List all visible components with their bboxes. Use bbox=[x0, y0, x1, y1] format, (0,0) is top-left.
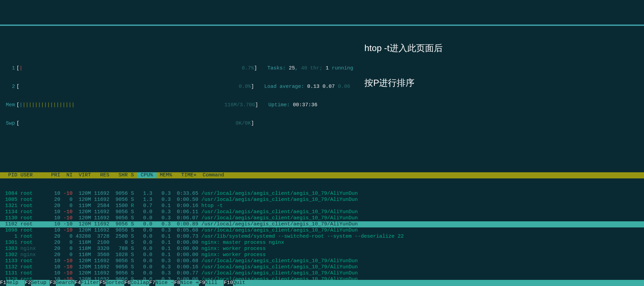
col-ni: 0 bbox=[63, 240, 73, 245]
fkey-F6[interactable]: F6 bbox=[124, 280, 130, 286]
meter-cpu-2: 2 [0.0%] Load average: 0.13 0.07 0.06 bbox=[2, 84, 644, 90]
col-ni: 0 bbox=[63, 252, 73, 258]
process-row[interactable]: 1321 root 20 0 119M 2584 1500 R 0.7 0.1 … bbox=[0, 203, 644, 209]
col-res: 11692 bbox=[94, 209, 109, 215]
col-pid: 1102 bbox=[2, 221, 17, 227]
col-pri: 20 bbox=[48, 203, 60, 209]
function-key-bar[interactable]: F1Help F2Setup F3SearchF4FilterF5SortedF… bbox=[0, 280, 644, 286]
col-mem: 0.3 bbox=[155, 197, 171, 203]
col-mem: 0.3 bbox=[155, 209, 171, 215]
col-res: 3728 bbox=[94, 234, 109, 239]
col-mem: 0.1 bbox=[155, 203, 171, 209]
col-user: root bbox=[20, 227, 48, 233]
col-command: /usr/local/aegis/aegis_client/aegis_10_7… bbox=[201, 191, 358, 196]
col-user: root bbox=[20, 240, 48, 245]
col-pid: 1321 bbox=[2, 203, 17, 209]
fkey-F1[interactable]: F1 bbox=[0, 280, 6, 286]
process-row[interactable]: 1303 nginx 20 0 118M 3320 788 S 0.0 0.1 … bbox=[0, 246, 644, 252]
col-mem: 0.3 bbox=[155, 215, 171, 221]
col-mem: 0.3 bbox=[155, 258, 171, 264]
col-command: /usr/local/aegis/aegis_client/aegis_10_7… bbox=[201, 258, 358, 264]
col-command: /usr/local/aegis/aegis_client/aegis_10_7… bbox=[201, 227, 358, 233]
process-row[interactable]: 1302 nginx 20 0 118M 3560 1028 S 0.0 0.1… bbox=[0, 252, 644, 258]
fkey-F8[interactable]: F8 bbox=[174, 280, 180, 286]
process-row[interactable]: 1131 root 10 -10 120M 11692 9056 S 0.0 0… bbox=[0, 270, 644, 276]
flabel-F3[interactable]: Search bbox=[56, 280, 75, 286]
flabel-F2[interactable]: Setup bbox=[31, 280, 50, 286]
process-row[interactable]: 1130 root 10 -10 120M 11692 9056 S 0.0 0… bbox=[0, 215, 644, 221]
col-res: 11692 bbox=[94, 191, 109, 196]
col-command: nginx: master process nginx bbox=[201, 240, 284, 245]
window-top-bar bbox=[0, 25, 644, 26]
flabel-F4[interactable]: Filter bbox=[81, 280, 99, 286]
col-mem: 0.1 bbox=[155, 240, 171, 245]
col-state: S bbox=[131, 215, 134, 221]
col-pid: 1132 bbox=[2, 264, 17, 270]
col-cpu: 0.0 bbox=[137, 270, 152, 276]
tasks-info: Tasks: 25, 40 thr; 1 running bbox=[267, 65, 353, 72]
col-virt: 120M bbox=[76, 227, 91, 233]
col-ni: -10 bbox=[63, 209, 73, 215]
process-row[interactable]: 1085 root 20 0 120M 11692 9056 S 1.3 0.3… bbox=[0, 197, 644, 203]
meters-panel: 1 [|0.7%] Tasks: 25, 40 thr; 1 running 2… bbox=[2, 53, 644, 139]
col-pri: 10 bbox=[48, 264, 60, 270]
col-cpu: 0.0 bbox=[137, 221, 152, 227]
col-cpu: 0.0 bbox=[137, 234, 152, 239]
flabel-F7[interactable]: Nice - bbox=[155, 280, 174, 286]
fkey-F9[interactable]: F9 bbox=[199, 280, 205, 286]
fkey-F4[interactable]: F4 bbox=[75, 280, 81, 286]
cpu2-pct: 0.0% bbox=[19, 84, 251, 90]
col-res: 11692 bbox=[94, 264, 109, 270]
col-virt: 119M bbox=[76, 203, 91, 209]
col-state: S bbox=[131, 258, 134, 264]
col-pid: 1303 bbox=[2, 246, 17, 252]
col-mem: 0.3 bbox=[155, 227, 171, 233]
flabel-F8[interactable]: Nice + bbox=[180, 280, 199, 286]
col-user: root bbox=[20, 209, 48, 215]
process-table-header[interactable]: PID USER PRI NI VIRT RES SHR S CPU% MEM%… bbox=[0, 172, 644, 178]
col-ni: 0 bbox=[63, 234, 73, 239]
col-mem: 0.1 bbox=[155, 252, 171, 258]
fkey-F7[interactable]: F7 bbox=[149, 280, 155, 286]
col-command: nginx: worker process bbox=[201, 252, 266, 258]
process-row[interactable]: 1102 root 10 -10 120M 11692 9056 S 0.0 0… bbox=[0, 221, 644, 227]
process-row[interactable]: 1134 root 10 -10 120M 11692 9056 S 0.0 0… bbox=[0, 209, 644, 215]
swp-pct: 0K/0K bbox=[19, 121, 251, 127]
process-row[interactable]: 1301 root 20 0 118M 2100 0 S 0.0 0.1 0:0… bbox=[0, 240, 644, 246]
col-time: 0:00.89 bbox=[174, 221, 198, 227]
col-shr: 9056 bbox=[112, 264, 128, 270]
col-ni: -10 bbox=[63, 221, 73, 227]
process-row[interactable]: 1 root 20 0 43288 3728 2580 S 0.0 0.1 0:… bbox=[0, 234, 644, 240]
col-cpu: 1.3 bbox=[137, 191, 152, 196]
process-row[interactable]: 1133 root 10 -10 120M 11692 9056 S 0.0 0… bbox=[0, 258, 644, 264]
process-row[interactable]: 1084 root 10 -10 120M 11692 9056 S 1.3 0… bbox=[0, 191, 644, 197]
process-row[interactable]: 1132 root 10 -10 120M 11692 9056 S 0.0 0… bbox=[0, 264, 644, 270]
process-list[interactable]: 1084 root 10 -10 120M 11692 9056 S 1.3 0… bbox=[0, 191, 644, 286]
header-cpu-sorted[interactable]: CPU% bbox=[137, 172, 157, 178]
mem-bar: ||||||||||||||||| bbox=[22, 102, 75, 108]
fkey-F5[interactable]: F5 bbox=[99, 280, 106, 286]
col-pid: 1131 bbox=[2, 270, 17, 276]
col-ni: -10 bbox=[63, 215, 73, 221]
fkey-F2[interactable]: F2 bbox=[25, 280, 31, 286]
col-mem: 0.3 bbox=[155, 264, 171, 270]
flabel-F1[interactable]: Help bbox=[6, 280, 25, 286]
fkey-F3[interactable]: F3 bbox=[50, 280, 56, 286]
col-state: S bbox=[131, 191, 134, 196]
col-pri: 20 bbox=[48, 240, 60, 245]
col-virt: 120M bbox=[76, 270, 91, 276]
col-ni: -10 bbox=[63, 270, 73, 276]
col-command: htop -t bbox=[201, 203, 223, 209]
col-time: 0:00.16 bbox=[174, 203, 198, 209]
col-res: 3320 bbox=[94, 246, 109, 252]
flabel-F5[interactable]: Sorted bbox=[106, 280, 124, 286]
flabel-F9[interactable]: Kill bbox=[205, 280, 224, 286]
col-time: 0:00.00 bbox=[174, 246, 198, 252]
col-time: 0:00.68 bbox=[174, 258, 198, 264]
process-row[interactable]: 1098 root 10 -10 120M 11692 9056 S 0.0 0… bbox=[0, 227, 644, 234]
flabel-F10[interactable]: Quit bbox=[233, 280, 644, 286]
fkey-F10[interactable]: F10 bbox=[224, 280, 233, 286]
flabel-F6[interactable]: Collap bbox=[130, 280, 149, 286]
uptime-info: Uptime: 00:37:36 bbox=[268, 102, 317, 108]
col-virt: 120M bbox=[76, 221, 91, 227]
